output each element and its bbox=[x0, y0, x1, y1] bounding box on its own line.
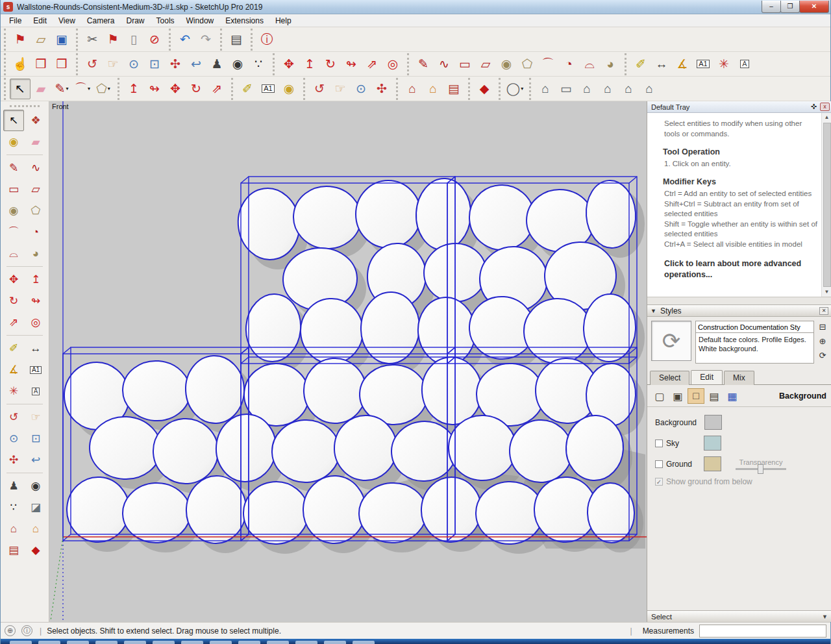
stone[interactable] bbox=[356, 180, 421, 248]
taskbar-item[interactable] bbox=[124, 641, 146, 644]
arc-button[interactable]: ⌒ bbox=[3, 221, 24, 243]
secondary-pane-button[interactable]: ⊟ bbox=[817, 321, 828, 332]
position-camera-button[interactable]: ♟ bbox=[3, 475, 24, 497]
taskbar-item[interactable] bbox=[353, 641, 375, 644]
model-info-button[interactable]: ⓘ bbox=[256, 29, 277, 50]
chevron-down-icon[interactable]: ▾ bbox=[66, 86, 68, 92]
zoom-extents-button[interactable]: ✣ bbox=[3, 449, 24, 471]
make-component-button[interactable]: ❖ bbox=[25, 110, 46, 131]
push-pull-button[interactable]: ↥ bbox=[25, 269, 46, 290]
3d-warehouse-button[interactable]: ⌂ bbox=[402, 79, 423, 99]
rotate-button[interactable]: ↻ bbox=[186, 79, 206, 99]
background-swatch[interactable] bbox=[704, 415, 722, 430]
tab-select[interactable]: Select bbox=[650, 371, 689, 385]
follow-me-button[interactable]: ↬ bbox=[25, 290, 46, 312]
measurements-input[interactable] bbox=[699, 625, 826, 638]
zoom-button[interactable]: ⊙ bbox=[3, 428, 24, 449]
scroll-up-icon[interactable]: ▲ bbox=[825, 113, 830, 122]
push-pull-button[interactable]: ↥ bbox=[123, 79, 144, 99]
styles-close-icon[interactable]: ✕ bbox=[819, 307, 828, 315]
freehand-button[interactable]: ∿ bbox=[25, 157, 46, 179]
viewport-canvas[interactable] bbox=[49, 101, 647, 622]
instructor-scrollbar[interactable]: ▲ ▼ bbox=[821, 113, 831, 297]
section-plane-button[interactable]: ◪ bbox=[25, 497, 46, 518]
taskbar-item[interactable] bbox=[324, 641, 346, 644]
edge-settings-button[interactable]: ▢ bbox=[651, 388, 668, 404]
select-button[interactable]: ↖ bbox=[10, 79, 31, 99]
select-button[interactable]: ↖ bbox=[3, 110, 24, 131]
axes-button[interactable]: ✳ bbox=[713, 54, 734, 75]
move-button[interactable]: ✥ bbox=[3, 269, 24, 290]
arc-3pt-button[interactable]: ⌓ bbox=[3, 243, 24, 264]
taskbar-item[interactable] bbox=[181, 641, 203, 644]
paste-button[interactable]: ▯ bbox=[123, 29, 144, 50]
component-replace-button[interactable]: ❒ bbox=[31, 54, 51, 75]
filled-arc-button[interactable]: ◕ bbox=[600, 54, 621, 75]
menu-draw[interactable]: Draw bbox=[121, 15, 151, 27]
styles-panel-header[interactable]: ▼ Styles ✕ bbox=[647, 304, 831, 317]
extension-manager-button[interactable]: ◆ bbox=[25, 539, 46, 561]
zoom-button[interactable]: ⊙ bbox=[351, 79, 371, 99]
view-right-button[interactable]: ⌂ bbox=[597, 79, 618, 99]
close-button[interactable]: ✕ bbox=[799, 1, 829, 13]
watermark-settings-button[interactable]: ▤ bbox=[706, 388, 723, 404]
tab-mix[interactable]: Mix bbox=[724, 371, 754, 385]
pie-button[interactable]: ◔ bbox=[558, 54, 579, 75]
sky-swatch[interactable] bbox=[704, 436, 721, 451]
walk-button[interactable]: ∵ bbox=[3, 497, 24, 518]
pane-collapse-icon[interactable]: ▼ bbox=[822, 613, 828, 620]
undo-button[interactable]: ↶ bbox=[175, 29, 195, 50]
arc-button[interactable]: ⌒▾ bbox=[72, 79, 93, 99]
taskbar-item[interactable] bbox=[238, 641, 260, 644]
circle-button[interactable]: ◉ bbox=[3, 200, 24, 221]
transparency-slider[interactable] bbox=[736, 468, 786, 470]
zoom-previous-button[interactable]: ↩ bbox=[25, 449, 46, 471]
restore-button[interactable]: ❐ bbox=[780, 1, 800, 13]
save-button[interactable]: ▣ bbox=[51, 29, 72, 50]
taskbar-item[interactable] bbox=[38, 641, 60, 644]
taskbar-item[interactable] bbox=[295, 641, 317, 644]
menu-extensions[interactable]: Extensions bbox=[219, 15, 269, 27]
view-left-button[interactable]: ⌂ bbox=[639, 79, 660, 99]
scale-button[interactable]: ⇗ bbox=[206, 79, 227, 99]
component-load-button[interactable]: ❒ bbox=[51, 54, 72, 75]
rotated-rectangle-button[interactable]: ▱ bbox=[25, 179, 46, 200]
menu-file[interactable]: File bbox=[3, 15, 27, 27]
collapse-triangle-icon[interactable]: ▼ bbox=[651, 308, 656, 314]
extension-warehouse-button[interactable]: ⌂ bbox=[423, 79, 443, 99]
move-button[interactable]: ✥ bbox=[165, 79, 186, 99]
show-ground-checkbox[interactable] bbox=[655, 478, 663, 486]
pin-icon[interactable]: ✜ bbox=[811, 103, 817, 111]
line-button[interactable]: ✎ bbox=[413, 54, 434, 75]
3d-warehouse-button[interactable]: ⌂ bbox=[3, 518, 24, 539]
offset-button[interactable]: ◎ bbox=[25, 312, 46, 333]
menu-view[interactable]: View bbox=[53, 15, 81, 27]
polygon-button[interactable]: ⬠ bbox=[517, 54, 538, 75]
zoom-button[interactable]: ⊙ bbox=[123, 54, 144, 75]
pan-button[interactable]: ☞ bbox=[103, 54, 123, 75]
hand-cursor-button[interactable]: ☝ bbox=[10, 54, 31, 75]
tray-close-icon[interactable]: x bbox=[820, 103, 830, 111]
protractor-button[interactable]: ∡ bbox=[3, 359, 24, 380]
rectangle-button[interactable]: ▭ bbox=[454, 54, 475, 75]
toolbar-drag-handle[interactable] bbox=[10, 105, 40, 107]
menu-help[interactable]: Help bbox=[269, 15, 297, 27]
style-thumbnail[interactable]: ⟳ bbox=[651, 321, 691, 361]
style-description[interactable]: Default face colors. Profile Edges. Whit… bbox=[695, 333, 814, 364]
taskbar-item[interactable] bbox=[95, 641, 118, 644]
taskbar-item[interactable] bbox=[67, 641, 89, 644]
ground-checkbox[interactable] bbox=[655, 460, 663, 468]
zoom-window-button[interactable]: ⊡ bbox=[25, 428, 46, 449]
text-button[interactable]: A1 bbox=[258, 79, 279, 99]
rotate-button[interactable]: ↻ bbox=[320, 54, 341, 75]
chevron-down-icon[interactable]: ▾ bbox=[108, 86, 110, 92]
menu-edit[interactable]: Edit bbox=[27, 15, 53, 27]
position-camera-button[interactable]: ♟ bbox=[206, 54, 227, 75]
tab-edit[interactable]: Edit bbox=[691, 370, 723, 384]
open-button[interactable]: ▱ bbox=[31, 29, 51, 50]
orbit-button[interactable]: ↺ bbox=[309, 79, 330, 99]
redo-button[interactable]: ↷ bbox=[195, 29, 216, 50]
account-button[interactable]: ◯▾ bbox=[504, 79, 525, 99]
send-to-layout-button[interactable]: ▤ bbox=[3, 539, 24, 561]
menu-tools[interactable]: Tools bbox=[151, 15, 180, 27]
